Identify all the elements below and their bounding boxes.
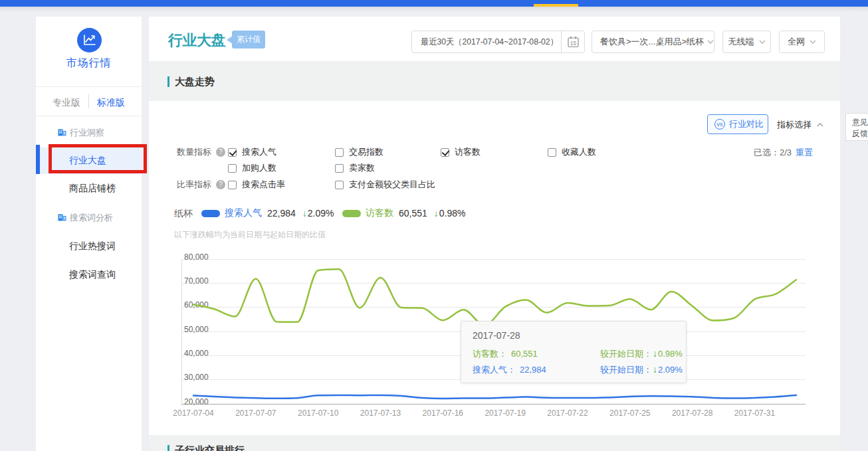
selected-count: 已选：2/3: [754, 147, 792, 159]
industry-compare-button[interactable]: vs 行业对比: [707, 114, 768, 134]
next-section-title-text: 子行业交易排行: [175, 445, 245, 451]
vs-icon: vs: [714, 119, 725, 130]
svg-text:80,000: 80,000: [184, 252, 209, 262]
screen: 市场行情 专业版 标准版 行业洞察 行业大盘 商品店铺榜: [0, 0, 868, 451]
svg-text:2017-07-19: 2017-07-19: [485, 408, 526, 418]
checkbox-box: [228, 148, 237, 157]
top-nav-bar: [0, 0, 868, 7]
down-arrow-icon: ↓: [302, 208, 307, 219]
sidebar-item-search-word-query[interactable]: 搜索词查询: [36, 269, 142, 281]
svg-text:2017-07-25: 2017-07-25: [609, 408, 651, 418]
sidebar-divider: [36, 86, 142, 87]
down-arrow-icon: ↓: [652, 348, 658, 359]
checkbox-search-popularity[interactable]: 搜索人气: [228, 146, 276, 158]
sidebar-divider: [36, 116, 142, 116]
down-arrow-icon: ↓: [434, 208, 439, 219]
chart-note: 以下涨跌幅均为当前日期与起始日期的比值: [174, 229, 326, 240]
svg-text:50,000: 50,000: [184, 325, 209, 334]
legend-pill-blue: [201, 210, 220, 217]
svg-text:2017-07-04: 2017-07-04: [173, 408, 214, 418]
chevron-down-icon: [759, 40, 766, 44]
chevron-up-icon: [817, 123, 823, 127]
svg-text:40,000: 40,000: [184, 349, 209, 358]
sidebar-item-industry-hot-search[interactable]: 行业热搜词: [36, 240, 142, 252]
page-header: 行业大盘 累计值 最近30天（2017-07-04~2017-08-02） 15…: [149, 17, 840, 61]
scope-value: 全网: [788, 36, 805, 48]
legend-search-popularity[interactable]: 搜索人气 22,984 ↓ 2.09%: [201, 207, 334, 219]
svg-text:2017-07-28: 2017-07-28: [672, 408, 713, 418]
product-name: 市场行情: [36, 56, 142, 70]
checkbox-seller-count[interactable]: 卖家数: [335, 162, 375, 174]
sidebar-item-product-shop-rank[interactable]: 商品店铺榜: [36, 183, 142, 195]
help-icon[interactable]: ?: [216, 180, 225, 189]
svg-text:2017-07-31: 2017-07-31: [734, 408, 776, 418]
section-band: 大盘走势: [149, 61, 840, 101]
calendar-button[interactable]: 15: [561, 31, 584, 52]
section-accent-bar: [167, 76, 169, 87]
reset-link[interactable]: 重置: [796, 147, 813, 159]
checkbox-box: [441, 148, 449, 157]
svg-text:15: 15: [570, 40, 577, 46]
feedback-widget[interactable]: 意见 反馈: [845, 113, 868, 141]
checkbox-box: [335, 148, 344, 157]
red-annotation-box: [49, 144, 147, 173]
sidebar: 市场行情 专业版 标准版 行业洞察 行业大盘 商品店铺榜: [36, 17, 142, 451]
checkbox-transaction-index[interactable]: 交易指数: [335, 146, 383, 158]
svg-text:2017-07-22: 2017-07-22: [547, 408, 588, 418]
checkbox-box: [335, 181, 344, 189]
industry-icon: [58, 213, 66, 221]
page-title: 行业大盘: [168, 31, 225, 50]
version-tabs: 专业版 标准版: [36, 92, 142, 112]
next-section-band: 子行业交易排行: [149, 435, 840, 451]
tooltip-date: 2017-07-28: [473, 330, 520, 341]
category-dropdown[interactable]: 餐饮具>一次...桌用品>纸杯: [592, 31, 714, 53]
checkbox-favorite-count[interactable]: 收藏人数: [548, 146, 596, 158]
svg-text:2017-07-13: 2017-07-13: [360, 408, 401, 418]
date-range-picker[interactable]: 最近30天（2017-07-04~2017-08-02） 15: [411, 31, 585, 53]
sidebar-group-label: 行业洞察: [70, 127, 104, 139]
feedback-text: 意见: [852, 117, 868, 128]
feedback-text: 反馈: [852, 128, 868, 139]
tab-divider: [88, 94, 89, 108]
industry-icon: [58, 128, 66, 136]
trend-chart-panel: vs 行业对比 指标选择 数量指标 ? 比率指标 ? 搜索人气 交易指数 访客数…: [149, 101, 840, 435]
tab-standard-version[interactable]: 标准版: [97, 97, 125, 109]
cumulative-value-badge: 累计值: [232, 31, 265, 48]
metric-select-toggle[interactable]: 指标选择: [777, 119, 823, 131]
legend-visitor-count[interactable]: 访客数 60,551 ↓ 0.98%: [342, 207, 466, 219]
date-range-text: 最近30天（2017-07-04~2017-08-02）: [421, 31, 558, 52]
chevron-down-icon: [810, 40, 816, 44]
svg-text:2017-07-16: 2017-07-16: [423, 408, 464, 418]
svg-text:60,000: 60,000: [184, 300, 209, 310]
legend-category: 纸杯: [174, 208, 193, 220]
checkbox-add-cart-count[interactable]: 加购人数: [228, 162, 276, 174]
sidebar-group-label: 搜索词分析: [70, 212, 113, 224]
checkbox-box: [335, 164, 344, 173]
terminal-dropdown[interactable]: 无线端: [722, 31, 771, 53]
legend-pill-green: [342, 210, 361, 217]
tab-professional-version[interactable]: 专业版: [53, 97, 80, 109]
chart-tooltip: 2017-07-28 访客数：60,551 较开始日期：↓0.98% 搜索人气：…: [461, 321, 687, 383]
checkbox-box: [548, 148, 556, 157]
terminal-value: 无线端: [728, 36, 754, 48]
section-title-text: 大盘走势: [175, 76, 215, 87]
svg-text:2017-07-10: 2017-07-10: [298, 408, 339, 418]
trend-chart-icon: [77, 28, 102, 52]
compare-button-label: 行业对比: [729, 118, 764, 130]
metric-select-label: 指标选择: [777, 119, 812, 131]
checkbox-box: [228, 181, 237, 189]
category-value: 餐饮具>一次...桌用品>纸杯: [600, 36, 704, 48]
down-arrow-icon: ↓: [652, 364, 658, 375]
checkbox-search-click-rate[interactable]: 搜索点击率: [228, 179, 285, 191]
scope-dropdown[interactable]: 全网: [779, 31, 825, 53]
svg-text:2017-07-07: 2017-07-07: [235, 408, 276, 418]
active-nav-tab-underline: [534, 4, 578, 7]
help-icon[interactable]: ?: [216, 147, 225, 157]
checkbox-visitor-count[interactable]: 访客数: [441, 146, 481, 158]
quantity-metric-label: 数量指标 ?: [177, 146, 225, 158]
section-accent-bar: [167, 445, 169, 451]
topbar-shadow: [0, 7, 868, 12]
svg-text:20,000: 20,000: [184, 397, 209, 406]
checkbox-payment-ratio[interactable]: 支付金额较父类目占比: [335, 179, 435, 191]
ratio-metric-label: 比率指标 ?: [177, 179, 225, 191]
